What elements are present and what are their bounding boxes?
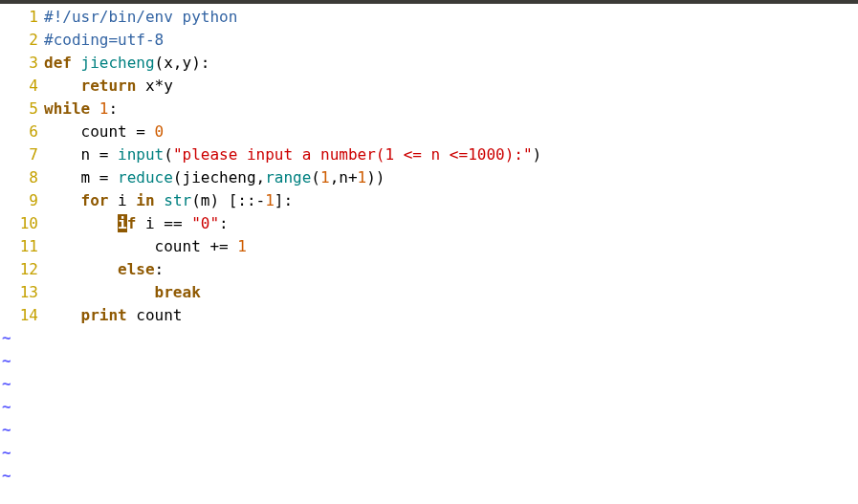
signature: (x,y):: [155, 54, 210, 72]
num: 1: [99, 99, 109, 118]
empty-line: ~: [0, 419, 858, 442]
line-number: 2: [0, 29, 44, 52]
num: 1: [358, 168, 367, 186]
code-line[interactable]: 13 break: [0, 281, 858, 304]
fn-name: jiecheng: [81, 54, 155, 72]
open-paren: (: [164, 145, 173, 164]
line-number: 9: [0, 189, 44, 212]
colon: :: [108, 99, 118, 118]
indent: [44, 214, 118, 232]
kw-if-rest: f: [127, 214, 137, 232]
text-cursor: i: [118, 214, 127, 232]
colon: :: [219, 214, 229, 232]
code-line[interactable]: 4 return x*y: [0, 75, 858, 98]
slice-close: ]:: [275, 191, 293, 209]
fn-range: range: [265, 168, 311, 186]
close-paren: ): [533, 145, 542, 164]
num: 1: [237, 237, 247, 255]
expr: count +=: [155, 237, 238, 255]
num: 0: [155, 122, 165, 141]
indent: [44, 168, 81, 186]
loop-var: i: [108, 191, 136, 209]
kw-print: print: [81, 306, 127, 324]
line-number: 13: [0, 281, 44, 304]
indent: [44, 145, 81, 164]
empty-line: ~: [0, 465, 858, 488]
colon: :: [155, 260, 165, 278]
code-line[interactable]: 7 n = input("please input a number(1 <= …: [0, 143, 858, 166]
code-line[interactable]: 12 else:: [0, 258, 858, 281]
tilde-icon: ~: [0, 442, 11, 465]
line-number: 12: [0, 258, 44, 281]
sp: [155, 191, 165, 209]
code-line[interactable]: 9 for i in str(m) [::-1]:: [0, 189, 858, 212]
tilde-icon: ~: [0, 327, 11, 350]
tilde-icon: ~: [0, 396, 11, 419]
code-line[interactable]: 3 def jiecheng(x,y):: [0, 52, 858, 75]
expr: x*y: [136, 77, 173, 95]
kw-return: return: [81, 77, 137, 95]
num: 1: [265, 191, 275, 209]
line-number: 6: [0, 121, 44, 143]
indent: [44, 283, 155, 301]
code-line[interactable]: 2 #coding=utf-8: [0, 29, 858, 52]
assign: count =: [81, 122, 155, 141]
empty-line: ~: [0, 373, 858, 396]
kw-in: in: [136, 191, 154, 209]
indent: [44, 237, 155, 255]
kw-else: else: [118, 260, 155, 278]
cond: i ==: [136, 214, 191, 232]
comma: ,n+: [330, 168, 358, 186]
close: )): [366, 168, 385, 186]
open: (jiecheng,: [173, 168, 265, 186]
slice-open: (m) [::-: [191, 191, 265, 209]
args-open: (: [311, 168, 320, 186]
fn-input: input: [118, 145, 164, 164]
kw-for: for: [81, 191, 109, 209]
code-editor[interactable]: 1 #!/usr/bin/env python 2 #coding=utf-8 …: [0, 4, 858, 488]
string-literal: "please input a number(1 <= n <=1000):": [173, 145, 533, 164]
line-number: 10: [0, 212, 44, 235]
indent: [44, 306, 81, 324]
code-line[interactable]: 5 while 1:: [0, 98, 858, 121]
indent: [44, 191, 81, 209]
empty-line: ~: [0, 350, 858, 373]
num: 1: [320, 168, 330, 186]
kw-while: while: [44, 99, 99, 118]
line-number: 7: [0, 143, 44, 166]
tilde-icon: ~: [0, 373, 11, 396]
code-line[interactable]: 8 m = reduce(jiecheng,range(1,n+1)): [0, 166, 858, 189]
empty-line: ~: [0, 396, 858, 419]
line-number: 1: [0, 6, 44, 29]
empty-line: ~: [0, 327, 858, 350]
line-number: 11: [0, 235, 44, 258]
tilde-icon: ~: [0, 465, 11, 488]
assign: m =: [81, 168, 119, 186]
line-number: 4: [0, 75, 44, 98]
shebang-comment: #!/usr/bin/env python: [44, 8, 237, 26]
fn-reduce: reduce: [118, 168, 173, 186]
coding-comment: #coding=utf-8: [44, 31, 164, 49]
line-number: 8: [0, 166, 44, 189]
expr: count: [127, 306, 183, 324]
kw-if: if: [118, 214, 136, 232]
empty-line: ~: [0, 442, 858, 465]
indent: [44, 122, 81, 141]
string-literal: "0": [191, 214, 219, 232]
line-number: 14: [0, 304, 44, 327]
code-line[interactable]: 1 #!/usr/bin/env python: [0, 6, 858, 29]
indent: [44, 77, 81, 95]
line-number: 5: [0, 98, 44, 121]
line-number: 3: [0, 52, 44, 75]
code-line[interactable]: 10 if i == "0":: [0, 212, 858, 235]
assign: n =: [81, 145, 119, 164]
tilde-icon: ~: [0, 350, 11, 373]
kw-break: break: [155, 283, 201, 301]
kw-def: def: [44, 54, 81, 72]
code-line[interactable]: 6 count = 0: [0, 121, 858, 143]
code-line[interactable]: 11 count += 1: [0, 235, 858, 258]
code-line[interactable]: 14 print count: [0, 304, 858, 327]
fn-str: str: [164, 191, 191, 209]
tilde-icon: ~: [0, 419, 11, 442]
indent: [44, 260, 118, 278]
